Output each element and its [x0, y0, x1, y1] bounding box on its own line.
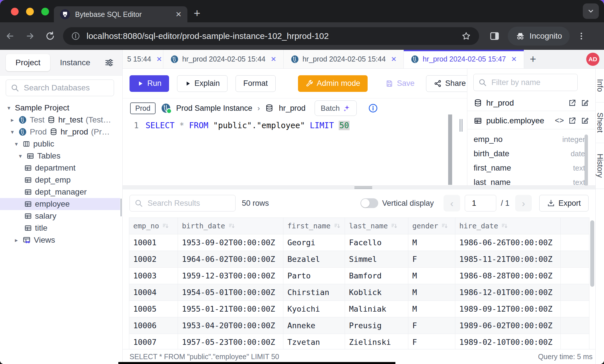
- sort-icon[interactable]: [391, 222, 398, 230]
- side-tab[interactable]: Info: [596, 69, 604, 102]
- cell-gender[interactable]: M: [408, 234, 455, 251]
- cell-emp-no[interactable]: 10006: [129, 317, 178, 334]
- database-search[interactable]: [6, 80, 114, 96]
- instance-name[interactable]: Prod Sample Instance: [176, 104, 252, 113]
- results-row[interactable]: 10002 1964-06-02T00:00:00Z Bezalel Simme…: [129, 251, 589, 268]
- tree-node-table[interactable]: employee: [0, 198, 120, 210]
- cell-birth-date[interactable]: 1954-05-01T00:00:00Z: [178, 284, 283, 301]
- tree-node-views-group[interactable]: ▸ Views: [0, 234, 122, 246]
- caret-down-icon[interactable]: ▾: [9, 128, 15, 135]
- results-header-cell[interactable]: last_name: [345, 218, 408, 234]
- tree-node-project[interactable]: ▾ Sample Project: [0, 102, 122, 114]
- cell-birth-date[interactable]: 1953-09-02T00:00:00Z: [178, 234, 283, 251]
- cell-gender[interactable]: F: [408, 334, 455, 351]
- forward-button[interactable]: [20, 31, 40, 41]
- cell-gender[interactable]: F: [408, 317, 455, 334]
- page-input[interactable]: [465, 195, 496, 211]
- cell-last-name[interactable]: Koblick: [345, 284, 408, 301]
- external-link-icon[interactable]: [568, 99, 576, 107]
- tree-node-table[interactable]: dept_emp: [0, 174, 122, 186]
- results-row[interactable]: 10007 1957-05-23T00:00:00Z Tzvetan Zieli…: [129, 334, 589, 351]
- caret-right-icon[interactable]: ▸: [13, 237, 19, 244]
- sort-icon[interactable]: [501, 222, 508, 230]
- admin-mode-button[interactable]: Admin mode: [298, 75, 368, 92]
- export-button[interactable]: Export: [539, 195, 589, 211]
- info-circle-icon[interactable]: [368, 103, 378, 113]
- explain-button[interactable]: Explain: [177, 75, 228, 92]
- cell-hire-date[interactable]: 1989-02-10T00:00:00Z: [455, 334, 561, 351]
- vertical-display-toggle[interactable]: [360, 198, 378, 208]
- run-button[interactable]: Run: [130, 75, 169, 92]
- tree-node-hr-test[interactable]: ▸ Test hr_test (Test…: [0, 114, 122, 126]
- tree-node-table[interactable]: salary: [0, 210, 122, 222]
- cell-birth-date[interactable]: 1959-12-03T00:00:00Z: [178, 268, 283, 284]
- edit-icon[interactable]: [581, 99, 589, 107]
- worksheet-tab-close-icon[interactable]: ✕: [511, 55, 517, 63]
- cell-birth-date[interactable]: 1955-01-21T00:00:00Z: [178, 301, 283, 317]
- address-bar[interactable]: localhost:8080/sql-editor/prod-sample-in…: [63, 27, 479, 45]
- schema-filter[interactable]: [473, 74, 578, 91]
- schema-scrollbar[interactable]: [585, 134, 588, 185]
- edit-icon[interactable]: [581, 116, 589, 125]
- batch-button[interactable]: Batch: [315, 100, 357, 116]
- browser-tab[interactable]: Bytebase SQL Editor ✕: [54, 6, 187, 22]
- cell-emp-no[interactable]: 10002: [129, 251, 178, 268]
- cell-gender[interactable]: M: [408, 268, 455, 284]
- cell-first-name[interactable]: Chirstian: [283, 284, 345, 301]
- caret-down-icon[interactable]: ▾: [17, 153, 23, 159]
- cell-last-name[interactable]: Simmel: [345, 251, 408, 268]
- column-row[interactable]: birth_date date: [467, 147, 595, 161]
- database-name[interactable]: hr_prod: [279, 104, 305, 113]
- browser-tab-close-icon[interactable]: ✕: [175, 10, 182, 19]
- cell-last-name[interactable]: Bamford: [345, 268, 408, 284]
- worksheet-tab[interactable]: 5 15:44 ✕: [123, 50, 163, 68]
- minimize-window-button[interactable]: [26, 8, 34, 15]
- sidebar-settings-button[interactable]: [104, 58, 114, 68]
- browser-menu-button[interactable]: [576, 31, 586, 41]
- worksheet-tab-close-icon[interactable]: ✕: [156, 55, 162, 63]
- results-header-cell[interactable]: hire_date: [455, 218, 561, 234]
- new-tab-button[interactable]: +: [194, 7, 200, 20]
- sort-icon[interactable]: [162, 222, 169, 230]
- cell-hire-date[interactable]: 1989-09-12T00:00:00Z: [455, 301, 561, 317]
- tree-node-hr-prod[interactable]: ▾ Prod hr_prod (Pr…: [0, 126, 122, 138]
- panel-resize-handle[interactable]: [460, 119, 462, 132]
- schema-filter-input[interactable]: [491, 78, 573, 87]
- cell-last-name[interactable]: Zielinski: [345, 334, 408, 351]
- sort-icon[interactable]: [228, 222, 236, 230]
- cell-last-name[interactable]: Preusig: [345, 317, 408, 334]
- results-row[interactable]: 10005 1955-01-21T00:00:00Z Kyoichi Malin…: [129, 301, 589, 317]
- sql-editor-line[interactable]: 1 SELECT * FROM "public"."employee" LIMI…: [123, 121, 467, 130]
- view-code-icon[interactable]: <>: [555, 116, 564, 125]
- results-search[interactable]: [130, 195, 236, 211]
- editor-scrollbar[interactable]: [448, 114, 452, 185]
- cell-birth-date[interactable]: 1953-04-20T00:00:00Z: [178, 317, 283, 334]
- results-header-cell[interactable]: birth_date: [178, 218, 283, 234]
- database-search-input[interactable]: [23, 83, 109, 93]
- cell-emp-no[interactable]: 10001: [129, 234, 178, 251]
- cell-hire-date[interactable]: 1986-06-26T00:00:00Z: [455, 234, 561, 251]
- cell-hire-date[interactable]: 1986-12-01T00:00:00Z: [455, 284, 561, 301]
- macos-traffic-lights[interactable]: [11, 8, 49, 15]
- save-button[interactable]: Save: [381, 75, 419, 92]
- tree-node-table[interactable]: dept_manager: [0, 186, 122, 198]
- side-panel-button[interactable]: [489, 30, 500, 42]
- sort-icon[interactable]: [334, 222, 341, 230]
- tab-search-button[interactable]: [583, 3, 599, 19]
- column-row[interactable]: first_name text: [467, 161, 595, 175]
- next-page-button[interactable]: ›: [515, 195, 532, 211]
- results-header-cell[interactable]: gender: [408, 218, 455, 234]
- cell-birth-date[interactable]: 1964-06-02T00:00:00Z: [178, 251, 283, 268]
- caret-down-icon[interactable]: ▾: [6, 104, 12, 111]
- cell-hire-date[interactable]: 1985-11-21T00:00:00Z: [455, 251, 561, 268]
- results-row[interactable]: 10001 1953-09-02T00:00:00Z Georgi Facell…: [129, 234, 589, 251]
- results-header-cell[interactable]: first_name: [283, 218, 345, 234]
- results-row[interactable]: 10004 1954-05-01T00:00:00Z Chirstian Kob…: [129, 284, 589, 301]
- tree-node-table[interactable]: department: [0, 162, 122, 174]
- worksheet-tab[interactable]: hr_prod 2024-02-05 15:44 ✕: [163, 50, 284, 68]
- tab-project[interactable]: Project: [6, 54, 50, 71]
- cell-gender[interactable]: F: [408, 251, 455, 268]
- side-tab[interactable]: History: [596, 143, 604, 189]
- results-scrollbar[interactable]: [590, 220, 594, 287]
- tree-node-tables-group[interactable]: ▾ Tables: [0, 150, 122, 162]
